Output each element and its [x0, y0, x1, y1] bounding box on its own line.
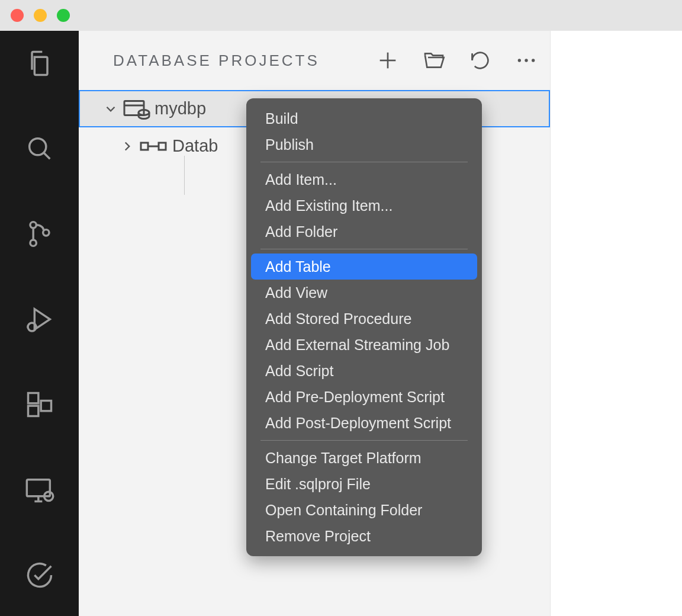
svg-rect-10	[28, 393, 38, 403]
menu-edit-sqlproj-file[interactable]: Edit .sqlproj File	[251, 471, 477, 497]
remote-explorer-icon[interactable]	[19, 469, 60, 511]
refresh-icon[interactable]	[468, 49, 492, 72]
minimize-window-button[interactable]	[34, 9, 47, 22]
search-icon[interactable]	[19, 128, 60, 169]
more-actions-icon[interactable]	[514, 49, 538, 72]
svg-point-21	[532, 59, 535, 62]
svg-rect-22	[124, 101, 144, 115]
svg-line-9	[28, 324, 30, 325]
extensions-icon[interactable]	[19, 384, 60, 425]
run-debug-icon[interactable]	[19, 299, 60, 340]
svg-line-1	[43, 153, 49, 159]
menu-separator	[260, 440, 468, 441]
svg-point-2	[30, 222, 36, 228]
menu-add-pre-deployment-script[interactable]: Add Pre-Deployment Script	[251, 384, 477, 410]
menu-add-view[interactable]: Add View	[251, 280, 477, 306]
svg-rect-11	[28, 406, 38, 416]
menu-add-table[interactable]: Add Table	[251, 254, 477, 280]
close-window-button[interactable]	[11, 9, 24, 22]
svg-rect-13	[27, 480, 50, 496]
references-icon	[139, 135, 172, 158]
panel-title: DATABASE PROJECTS	[113, 52, 376, 70]
explorer-icon[interactable]	[19, 43, 60, 84]
titlebar	[0, 0, 682, 31]
menu-add-script[interactable]: Add Script	[251, 358, 477, 384]
menu-add-post-deployment-script[interactable]: Add Post-Deployment Script	[251, 410, 477, 436]
database-project-icon	[123, 98, 155, 120]
menu-open-containing-folder[interactable]: Open Containing Folder	[251, 497, 477, 523]
open-project-icon[interactable]	[422, 49, 446, 72]
svg-point-4	[43, 230, 49, 236]
menu-change-target-platform[interactable]: Change Target Platform	[251, 445, 477, 471]
menu-publish[interactable]: Publish	[251, 131, 477, 158]
menu-build[interactable]: Build	[251, 105, 477, 131]
menu-remove-project[interactable]: Remove Project	[251, 523, 477, 549]
menu-add-external-streaming-job[interactable]: Add External Streaming Job	[251, 332, 477, 358]
menu-separator	[260, 249, 468, 249]
svg-point-19	[518, 59, 521, 62]
svg-point-20	[525, 59, 527, 62]
menu-add-item[interactable]: Add Item...	[251, 166, 477, 192]
chevron-right-icon[interactable]	[115, 139, 139, 154]
svg-rect-25	[141, 143, 148, 150]
tree-indent-guide	[184, 156, 185, 195]
new-project-icon[interactable]	[376, 49, 400, 72]
svg-rect-26	[159, 143, 166, 150]
activity-bar	[0, 31, 79, 616]
svg-point-3	[30, 240, 36, 246]
menu-add-existing-item[interactable]: Add Existing Item...	[251, 192, 477, 219]
menu-separator	[260, 162, 468, 162]
svg-point-0	[29, 139, 46, 155]
editor-area	[551, 31, 682, 616]
source-control-icon[interactable]	[19, 213, 60, 255]
zoom-window-button[interactable]	[57, 9, 70, 22]
panel-header: DATABASE PROJECTS	[79, 31, 550, 90]
task-check-icon[interactable]	[19, 554, 60, 596]
panel-actions	[376, 49, 538, 72]
project-child-label: Datab	[172, 136, 218, 156]
svg-rect-12	[41, 401, 51, 411]
menu-add-stored-procedure[interactable]: Add Stored Procedure	[251, 306, 477, 332]
project-root-label: mydbp	[155, 99, 206, 118]
menu-add-folder[interactable]: Add Folder	[251, 219, 477, 245]
chevron-down-icon[interactable]	[99, 101, 123, 117]
context-menu: Build Publish Add Item... Add Existing I…	[246, 98, 482, 556]
